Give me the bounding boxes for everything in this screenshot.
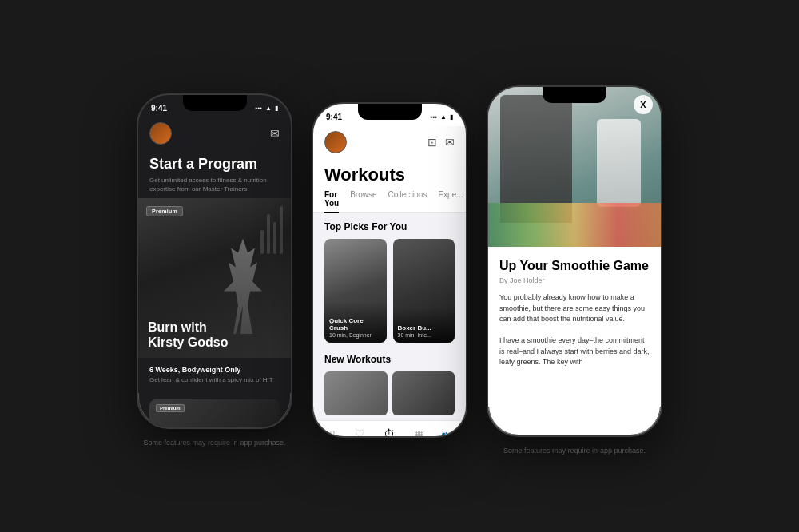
phone2-card1-subtitle: 10 min, Beginner bbox=[329, 332, 382, 338]
phone1-second-card[interactable]: Premium bbox=[149, 399, 280, 429]
phone1-status-icons: ▪▪▪ ▲ ▮ bbox=[256, 105, 278, 112]
phone3-article-title: Up Your Smoothie Game bbox=[499, 258, 650, 273]
phones-container: 9:41 ▪▪▪ ▲ ▮ ✉ Start a Program Get unlim… bbox=[0, 69, 799, 463]
phone1-hero: Premium Burn with Kirsty Godso bbox=[138, 198, 291, 358]
phone2-header: ⊡ ✉ bbox=[313, 126, 466, 158]
phone2-top-picks-section: Top Picks For You Quick Core Crush 10 mi… bbox=[313, 213, 466, 347]
p2-feed-icon: ⊞ bbox=[326, 427, 336, 438]
phone3-footer-note: Some features may require in-app purchas… bbox=[503, 447, 646, 455]
tab-expert[interactable]: Expe... bbox=[438, 190, 463, 212]
phone1-hero-desc: Get lean & confident with a spicy mix of… bbox=[149, 376, 280, 384]
gym-bars-decoration bbox=[260, 206, 283, 254]
phone2: 9:41 ▪▪▪ ▲ ▮ ⊡ ✉ Workouts bbox=[312, 102, 467, 438]
phone1-title-section: Start a Program Get unlimited access to … bbox=[138, 149, 291, 198]
phone2-bottom-nav: ⊞ Feed ♡ Activity ⏱ Workouts ▦ Programs … bbox=[313, 420, 466, 438]
gym-bar-1 bbox=[260, 230, 264, 254]
phone2-wrapper: 9:41 ▪▪▪ ▲ ▮ ⊡ ✉ Workouts bbox=[312, 102, 467, 438]
phone3: X Up Your Smoothie Game By Joe Holder Yo… bbox=[487, 85, 662, 437]
phone2-top-picks-title: Top Picks For You bbox=[324, 221, 455, 232]
phone2-title-row: Workouts bbox=[313, 158, 466, 185]
phone2-new-card2[interactable] bbox=[392, 371, 455, 415]
phone1-avatar[interactable] bbox=[149, 122, 172, 145]
phone1-signal-icon: ▪▪▪ bbox=[256, 105, 263, 112]
phone2-notch bbox=[358, 104, 422, 120]
phone1-footer-note: Some features may require in-app purchas… bbox=[143, 439, 285, 447]
gym-bar-4 bbox=[280, 206, 283, 254]
phone2-card2[interactable]: Boxer Bu... 30 min, Inte... bbox=[393, 239, 455, 343]
phone1: 9:41 ▪▪▪ ▲ ▮ ✉ Start a Program Get unlim… bbox=[137, 93, 292, 429]
phone2-signal-icon: ▪▪▪ bbox=[431, 113, 438, 121]
p3-fruits bbox=[488, 203, 661, 247]
phone2-mail-icon[interactable]: ✉ bbox=[445, 136, 455, 149]
p2-shop-icon: 👟 bbox=[441, 427, 455, 438]
phone1-hero-text: Burn with Kirsty Godso bbox=[148, 320, 281, 350]
phone1-header: ✉ bbox=[138, 117, 291, 149]
phone1-time: 9:41 bbox=[151, 104, 167, 113]
phone2-battery-icon: ▮ bbox=[450, 113, 453, 121]
phone1-subtitle-block: 6 Weeks, Bodyweight Only Get lean & conf… bbox=[138, 358, 291, 392]
gym-bar-2 bbox=[267, 214, 270, 254]
phone2-header-icons: ⊡ ✉ bbox=[427, 136, 455, 149]
phone2-tabs: For You Browse Collections Expe... bbox=[313, 185, 466, 213]
phone1-wrapper: 9:41 ▪▪▪ ▲ ▮ ✉ Start a Program Get unlim… bbox=[137, 93, 292, 447]
phone2-card2-title: Boxer Bu... bbox=[398, 324, 451, 332]
bookmark-icon[interactable]: ⊡ bbox=[427, 136, 437, 149]
phone2-card1-text: Quick Core Crush 10 min, Beginner bbox=[324, 301, 387, 343]
phone1-mail-icon[interactable]: ✉ bbox=[270, 127, 280, 140]
phone1-duration: 6 Weeks, Bodyweight Only bbox=[149, 366, 280, 374]
p2-activity-icon: ♡ bbox=[355, 427, 365, 438]
phone1-description: Get unlimited access to fitness & nutrit… bbox=[149, 176, 280, 193]
phone1-hero-title: Burn with Kirsty Godso bbox=[148, 320, 281, 350]
phone2-new-workouts-row bbox=[324, 371, 455, 415]
p3-blender bbox=[597, 119, 641, 207]
phone1-main-title: Start a Program bbox=[149, 156, 280, 173]
phone2-card2-subtitle: 30 min, Inte... bbox=[398, 332, 451, 338]
phone2-cards-row: Quick Core Crush 10 min, Beginner Boxer … bbox=[324, 239, 455, 343]
phone1-premium-badge: Premium bbox=[146, 206, 183, 216]
phone2-card1-title: Quick Core Crush bbox=[329, 317, 382, 332]
phone2-new-workouts-section: New Workouts bbox=[313, 347, 466, 420]
phone2-time: 9:41 bbox=[326, 113, 342, 121]
p2-programs-icon: ▦ bbox=[414, 427, 424, 438]
phone2-nav-programs[interactable]: ▦ Programs bbox=[404, 427, 434, 438]
phone3-article-p2: I have a smoothie every day–the commitme… bbox=[499, 335, 650, 368]
phone3-hero-img: X bbox=[488, 87, 661, 247]
phone3-article-author: By Joe Holder bbox=[499, 276, 650, 284]
phone2-avatar[interactable] bbox=[324, 131, 347, 153]
phone2-nav-feed[interactable]: ⊞ Feed bbox=[316, 427, 346, 438]
phone2-nav-shop[interactable]: 👟 Shop bbox=[433, 427, 463, 438]
tab-browse[interactable]: Browse bbox=[350, 190, 376, 212]
phone2-wifi-icon: ▲ bbox=[440, 113, 447, 121]
phone3-wrapper: X Up Your Smoothie Game By Joe Holder Yo… bbox=[487, 85, 662, 455]
phone2-card1[interactable]: Quick Core Crush 10 min, Beginner bbox=[324, 239, 387, 343]
p2-workouts-icon: ⏱ bbox=[384, 427, 395, 438]
tab-collections[interactable]: Collections bbox=[388, 190, 427, 212]
phone3-notch bbox=[543, 87, 606, 103]
phone2-nav-activity[interactable]: ♡ Activity bbox=[346, 427, 376, 438]
tab-for-you[interactable]: For You bbox=[324, 190, 339, 212]
phone3-article-p1: You probably already know how to make a … bbox=[499, 292, 650, 325]
phone2-main-title: Workouts bbox=[324, 165, 455, 185]
phone2-new-card1[interactable] bbox=[324, 371, 388, 415]
gym-bar-3 bbox=[273, 222, 276, 254]
phone1-battery-icon: ▮ bbox=[275, 105, 278, 112]
phone2-new-workouts-title: New Workouts bbox=[324, 354, 455, 365]
phone3-article-body: You probably already know how to make a … bbox=[499, 292, 650, 368]
phone2-card2-text: Boxer Bu... 30 min, Inte... bbox=[393, 308, 455, 343]
phone2-status-icons: ▪▪▪ ▲ ▮ bbox=[431, 113, 453, 121]
phone2-nav-workouts[interactable]: ⏱ Workouts bbox=[375, 427, 404, 438]
phone1-premium-badge2: Premium bbox=[156, 404, 185, 412]
phone1-notch bbox=[183, 95, 247, 111]
phone3-close-button[interactable]: X bbox=[634, 95, 653, 114]
phone3-article-content: Up Your Smoothie Game By Joe Holder You … bbox=[488, 247, 661, 407]
phone1-wifi-icon: ▲ bbox=[265, 105, 272, 112]
